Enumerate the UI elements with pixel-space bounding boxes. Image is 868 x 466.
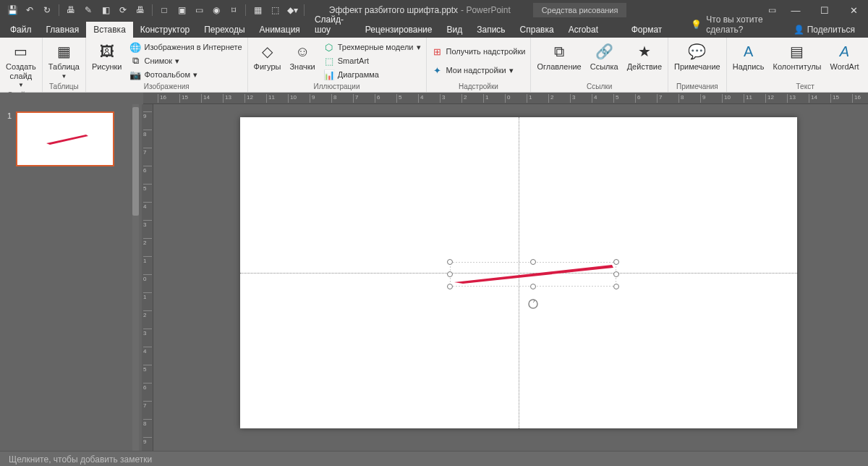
cube-icon: ⬡	[323, 41, 335, 53]
resize-handle[interactable]	[447, 259, 453, 265]
textbox-button[interactable]: AНадпись	[730, 41, 767, 73]
resize-handle[interactable]	[447, 284, 453, 289]
action-button[interactable]: ★Действие	[624, 41, 665, 73]
textbox-icon: A	[739, 42, 759, 61]
group-label: Текст	[730, 81, 868, 92]
shapes-icon: ◇	[258, 42, 278, 61]
zoom-button[interactable]: ⧉Оглавление	[534, 41, 584, 73]
table-icon: ▦	[54, 42, 74, 61]
screenshot-icon: ⧉	[129, 55, 141, 67]
tab-acrobat[interactable]: Acrobat	[561, 22, 605, 38]
rotation-handle[interactable]	[527, 298, 539, 310]
ribbon-tabs: Файл Главная Вставка Конструктор Переход…	[0, 20, 868, 38]
qat-icon[interactable]: ▦	[250, 1, 265, 19]
tab-record[interactable]: Запись	[469, 22, 512, 38]
qat-icon[interactable]: ✎	[80, 1, 96, 19]
chart-button[interactable]: 📊Диаграмма	[321, 68, 423, 81]
horizontal-ruler[interactable]: 1615141312111098765432101234567891011121…	[143, 93, 868, 104]
photo-album-button[interactable]: 📷Фотоальбом ▾	[127, 68, 244, 81]
maximize-button[interactable]: ☐	[810, 0, 839, 20]
slide-thumbnail[interactable]	[16, 111, 114, 166]
tab-format[interactable]: Формат	[624, 22, 670, 38]
qat-icon[interactable]: 🖶	[132, 1, 148, 19]
chart-icon: 📊	[323, 69, 335, 80]
resize-handle[interactable]	[447, 271, 453, 277]
text-extra-button[interactable]: ⊟	[865, 41, 868, 54]
thumb-number: 1	[7, 111, 12, 166]
qat-icon[interactable]: ▣	[174, 1, 190, 19]
tab-file[interactable]: Файл	[3, 22, 39, 38]
text-extra-button[interactable]: ⧉	[865, 54, 868, 67]
headerfooter-icon: ▤	[787, 42, 807, 61]
tab-transitions[interactable]: Переходы	[197, 22, 252, 38]
quick-access-toolbar: 💾 ↶ ↻ 🖶 ✎ ◧ ⟳ 🖶 □ ▣ ▭ ◉ ⌑ ▦ ⬚ ◆▾	[0, 1, 307, 19]
ribbon: ▭ Создать слайд ▼ Слайды ▦ Таблица ▼ Таб…	[0, 38, 868, 93]
globe-icon: 🌐	[129, 41, 141, 53]
group-label: Примечания	[671, 81, 723, 92]
slide-canvas[interactable]	[153, 104, 868, 451]
icons-button[interactable]: ☺Значки	[286, 41, 318, 73]
selected-shape[interactable]	[450, 262, 616, 287]
resize-handle[interactable]	[613, 284, 619, 289]
slide-thumbnails-panel[interactable]: 1	[0, 104, 130, 451]
redo-icon[interactable]: ↻	[39, 1, 55, 19]
shapes-button[interactable]: ◇Фигуры	[251, 41, 284, 73]
pictures-button[interactable]: 🖼 Рисунки	[89, 41, 125, 73]
group-label: Таблицы	[46, 81, 82, 92]
zoom-icon: ⧉	[549, 42, 569, 61]
comment-button[interactable]: 💬Примечание	[671, 41, 723, 73]
smartart-icon: ⬚	[323, 55, 335, 67]
qat-icon[interactable]: 🖶	[63, 1, 79, 19]
group-label: Ссылки	[534, 81, 665, 92]
link-icon: 🔗	[594, 42, 614, 61]
tell-me-search[interactable]: 💡 Что вы хотите сделать?	[684, 12, 787, 38]
tab-insert[interactable]: Вставка	[86, 22, 133, 38]
resize-handle[interactable]	[613, 271, 619, 277]
qat-icon[interactable]: □	[156, 1, 172, 19]
link-button[interactable]: 🔗Ссылка	[587, 41, 621, 73]
table-button[interactable]: ▦ Таблица ▼	[46, 41, 82, 81]
new-slide-button[interactable]: ▭ Создать слайд ▼	[3, 41, 39, 90]
resize-handle[interactable]	[613, 259, 619, 265]
wordart-button[interactable]: AWordArt	[827, 41, 861, 73]
qat-icon[interactable]: ◉	[208, 1, 224, 19]
tab-design[interactable]: Конструктор	[133, 22, 197, 38]
slide[interactable]	[240, 117, 797, 428]
resize-handle[interactable]	[530, 284, 536, 289]
svg-marker-0	[46, 135, 88, 145]
addins-icon: ✦	[432, 64, 443, 76]
qat-icon[interactable]: ◧	[98, 1, 114, 19]
undo-icon[interactable]: ↶	[22, 1, 38, 19]
notes-pane[interactable]: Щелкните, чтобы добавить заметки	[0, 451, 868, 466]
smartart-button[interactable]: ⬚SmartArt	[321, 54, 423, 67]
my-addins-button[interactable]: ✦Мои надстройки ▾	[430, 64, 528, 77]
group-label: Надстройки	[430, 81, 528, 92]
vertical-ruler[interactable]: 9876543210123456789	[142, 104, 153, 451]
new-slide-icon: ▭	[11, 42, 31, 61]
tab-help[interactable]: Справка	[513, 22, 561, 38]
qat-icon[interactable]: ⌑	[226, 1, 242, 19]
share-button[interactable]: 👤 Поделиться	[788, 22, 861, 38]
tab-slideshow[interactable]: Слайд-шоу	[307, 12, 358, 38]
store-icon: ⊞	[432, 46, 443, 57]
qat-icon[interactable]: ⬚	[267, 1, 283, 19]
screenshot-button[interactable]: ⧉Снимок ▾	[127, 54, 244, 67]
tab-review[interactable]: Рецензирование	[358, 22, 440, 38]
resize-handle[interactable]	[530, 259, 536, 265]
thumbnail-scrollbar[interactable]	[130, 104, 142, 451]
tab-view[interactable]: Вид	[440, 22, 470, 38]
close-button[interactable]: ✕	[839, 0, 868, 20]
online-pictures-button[interactable]: 🌐Изображения в Интернете	[127, 41, 244, 54]
get-addins-button[interactable]: ⊞Получить надстройки	[430, 45, 528, 58]
headerfooter-button[interactable]: ▤Колонтитулы	[770, 41, 825, 73]
save-icon[interactable]: 💾	[4, 1, 20, 19]
tab-home[interactable]: Главная	[39, 22, 87, 38]
qat-icon[interactable]: ▭	[191, 1, 207, 19]
contextual-tab-label: Средства рисования	[533, 3, 627, 17]
qat-icon[interactable]: ◆▾	[284, 1, 300, 19]
3d-models-button[interactable]: ⬡Трехмерные модели ▾	[321, 41, 423, 54]
qat-icon[interactable]: ⟳	[115, 1, 131, 19]
tab-animations[interactable]: Анимация	[252, 22, 307, 38]
album-icon: 📷	[129, 69, 141, 80]
wordart-icon: A	[835, 42, 855, 61]
